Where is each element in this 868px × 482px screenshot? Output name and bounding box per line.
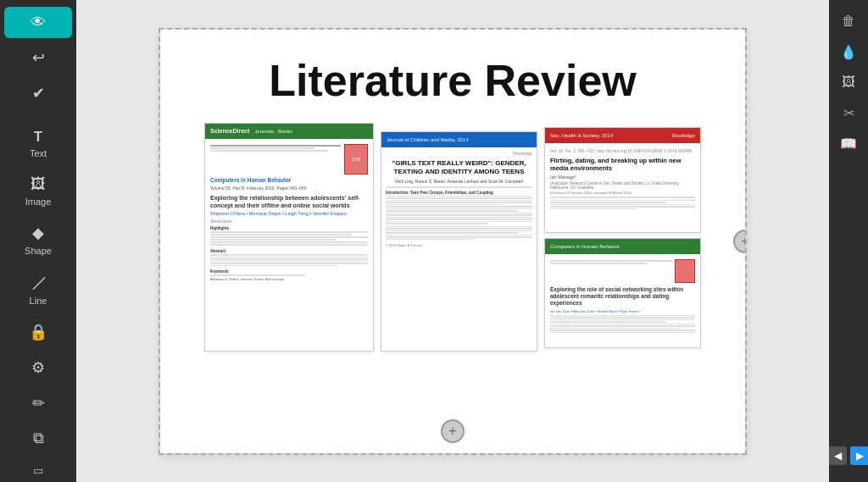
document-card-3[interactable]: Sex, Health & Society, 2014 Routledge Vo…: [544, 127, 701, 233]
sidebar-item-check[interactable]: ✔: [4, 77, 72, 109]
gear-icon: ⚙: [31, 358, 45, 377]
sidebar-item-shape[interactable]: ◆ Shape: [4, 217, 72, 263]
delete-icon[interactable]: 🗑: [836, 8, 861, 34]
nav-arrows: ◀ ▶: [828, 446, 868, 474]
iframe-icon: ▭: [33, 464, 43, 477]
right-sidebar: 🗑 💧 🖼 ✂ 📖 ◀ ▶: [829, 0, 868, 482]
undo-icon: ↩: [32, 48, 45, 67]
doc-body-2: Routledge "GIRLS TEXT REALLY WEIRD": GEN…: [381, 147, 537, 252]
sidebar-item-eye[interactable]: 👁: [4, 7, 72, 38]
lock-icon: 🔒: [29, 323, 47, 341]
add-slide-button[interactable]: +: [441, 419, 465, 443]
sidebar-item-settings[interactable]: ⚙: [4, 352, 72, 384]
layers-icon: ⧉: [33, 429, 44, 447]
doc-body-4: Exploring the role of social networking …: [545, 254, 700, 338]
main-canvas-area: Literature Review ScienceDirect Journals…: [76, 0, 829, 482]
media-icon[interactable]: 🖼: [836, 69, 861, 95]
sidebar-item-iframe[interactable]: ▭ Iframe: [4, 457, 72, 482]
doc-header-1: ScienceDirect Journals Books: [205, 124, 373, 139]
next-slide-button[interactable]: ▶: [850, 446, 868, 465]
pen-icon: ✏: [32, 394, 45, 413]
line-icon: —: [25, 269, 51, 295]
doc-header-2: Journal of Children and Media, 2014: [381, 132, 537, 147]
book-icon[interactable]: 📖: [836, 130, 861, 156]
doc-header-3: Sex, Health & Society, 2014 Routledge: [545, 128, 700, 143]
sidebar-item-text[interactable]: T Text: [4, 123, 72, 165]
doc-body-1: CHB Computers in Human Behavior Volume 5…: [205, 139, 373, 285]
documents-area: ScienceDirect Journals Books CHB: [160, 123, 745, 352]
sidebar-item-image[interactable]: 🖼 Image: [4, 169, 72, 213]
document-card-4[interactable]: Computers in Human Behavior Exploring th…: [544, 238, 701, 348]
crop-icon[interactable]: ✂: [836, 100, 861, 125]
sidebar-item-lock[interactable]: 🔒: [4, 316, 72, 348]
doc-header-4: Computers in Human Behavior: [545, 239, 700, 254]
document-card-1[interactable]: ScienceDirect Journals Books CHB: [204, 123, 374, 352]
check-icon: ✔: [32, 84, 45, 102]
eye-icon: 👁: [31, 14, 46, 31]
plus-icon: +: [448, 424, 456, 439]
color-icon[interactable]: 💧: [836, 39, 861, 64]
sidebar-item-pen[interactable]: ✏: [4, 387, 72, 419]
plus-right-icon: +: [741, 234, 745, 249]
slide-canvas[interactable]: Literature Review ScienceDirect Journals…: [160, 30, 745, 453]
doc-body-3: Vol. 10, No. 3, 391–411, http://dx.doi.o…: [545, 143, 700, 214]
sidebar-item-undo[interactable]: ↩: [4, 42, 72, 74]
shape-icon: ◆: [32, 224, 44, 242]
right-docs-column: Sex, Health & Society, 2014 Routledge Vo…: [544, 123, 701, 352]
sidebar-item-layers[interactable]: ⧉: [4, 423, 72, 454]
document-card-2[interactable]: Journal of Children and Media, 2014 Rout…: [381, 131, 537, 352]
prev-slide-button[interactable]: ◀: [828, 446, 847, 465]
image-icon: 🖼: [31, 175, 46, 193]
text-icon: T: [34, 130, 42, 145]
sidebar-item-line[interactable]: — Line: [4, 266, 72, 313]
slide-title: Literature Review: [160, 30, 745, 114]
left-sidebar: 👁 ↩ ✔ T Text 🖼 Image ◆ Shape — Line 🔒 ⚙ …: [0, 0, 76, 482]
